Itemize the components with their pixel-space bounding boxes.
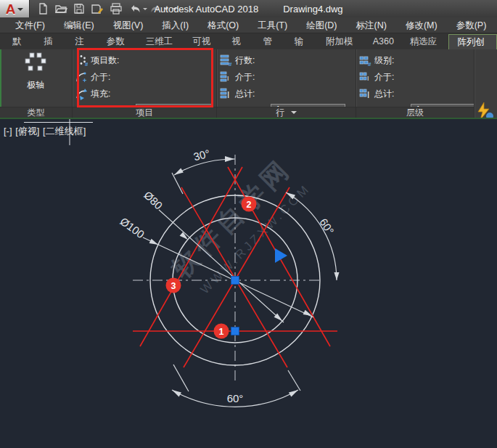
tab-manage[interactable]: 管理 <box>255 34 287 49</box>
fill-angle-icon <box>75 88 88 100</box>
ribbon: 极轴 类型 # 项目数: 3 + 介于: 120 填充: 360 项目 <box>0 49 497 119</box>
tab-output[interactable]: 输出 <box>287 34 318 49</box>
dim-30-label: 30° <box>192 147 211 163</box>
rows-between-icon: I <box>220 71 232 84</box>
undo-icon[interactable] <box>128 2 141 15</box>
redo-icon[interactable] <box>149 2 163 15</box>
item-grip[interactable] <box>231 327 239 335</box>
panel-title-items[interactable]: 项目 <box>73 107 216 118</box>
dim-60-right-label: 60° <box>317 216 337 237</box>
rows-count-row: # 行数: <box>220 54 255 67</box>
dim-dia100-label: Ø100 <box>118 215 147 240</box>
tab-visualize[interactable]: 可视化 <box>184 34 223 49</box>
menu-edit[interactable]: 编辑(E) <box>54 17 104 33</box>
arrowhead <box>225 156 234 162</box>
angle-between-row: + 介于: <box>75 70 110 84</box>
angle-between-icon: + <box>75 71 88 84</box>
menu-parametric[interactable]: 参数(P) <box>447 17 496 33</box>
svg-text:I: I <box>227 75 229 82</box>
levels-between-label: 介于: <box>374 71 394 84</box>
menu-tools[interactable]: 工具(T) <box>248 17 297 33</box>
menu-dimension[interactable]: 标注(N) <box>347 17 396 33</box>
arrowhead <box>180 232 188 240</box>
panel-title-type[interactable]: 类型 <box>0 107 72 118</box>
viewport-control-minus[interactable]: [-] <box>4 126 12 137</box>
plot-icon[interactable] <box>110 2 123 15</box>
polar-array-button[interactable]: 极轴 <box>12 52 59 97</box>
tab-3d-tools[interactable]: 三维工具 <box>138 34 185 49</box>
levels-between-icon: I <box>359 71 371 84</box>
rows-count-label: 行数: <box>235 54 255 67</box>
tab-add-ins[interactable]: 附加模块 <box>318 34 365 49</box>
tab-annotate[interactable]: 注释 <box>67 34 99 49</box>
svg-text:#: # <box>229 61 232 67</box>
dim-dia80-label: Ø80 <box>141 189 165 212</box>
panel-title-levels[interactable]: 层级 <box>356 107 474 118</box>
undo-dropdown-icon[interactable] <box>143 8 147 12</box>
arrowhead <box>289 390 298 397</box>
rows-total-row: I 总计: <box>220 87 255 100</box>
menu-modify[interactable]: 修改(M) <box>396 17 447 33</box>
tab-array-creation[interactable]: 阵列创建 <box>448 34 497 49</box>
tab-insert[interactable]: 插入 <box>36 34 67 49</box>
rows-panel-dropdown-icon[interactable] <box>291 111 297 117</box>
open-file-icon[interactable] <box>54 2 67 15</box>
rows-between-label: 介于: <box>235 71 255 84</box>
badge-3: 3 <box>171 281 176 291</box>
redo-dropdown-icon[interactable] <box>164 8 168 12</box>
svg-text:I: I <box>367 90 369 100</box>
arrowhead <box>334 272 340 280</box>
arrowhead <box>149 239 158 245</box>
viewport-visual-style-control[interactable]: [二维线框] <box>43 126 86 137</box>
tab-featured-apps[interactable]: 精选应用 <box>402 34 449 49</box>
app-title: Autodesk AutoCAD 2018 <box>154 4 258 15</box>
viewport-controls: [-] [俯视] [二维线框] <box>4 125 86 138</box>
menu-draw[interactable]: 绘图(D) <box>297 17 346 33</box>
tab-parametric[interactable]: 参数化 <box>99 34 138 49</box>
svg-text:I: I <box>227 90 229 100</box>
levels-count-row: # 级别: <box>359 54 394 67</box>
polar-array-icon <box>22 52 49 77</box>
rows-total-label: 总计: <box>235 88 255 100</box>
fill-angle-label: 填充: <box>91 88 110 100</box>
tab-view[interactable]: 视图 <box>223 34 255 49</box>
polar-array-label: 极轴 <box>27 79 44 91</box>
tab-a360[interactable]: A360 <box>365 34 402 49</box>
chevron-down-icon <box>17 8 23 14</box>
dim-60-bottom-label: 60° <box>227 392 244 404</box>
autocad-logo: A <box>6 2 16 16</box>
drawing-svg: 软件自学网 WWW.RJZXW.COM <box>0 119 497 448</box>
item-count-icon: # <box>75 54 88 67</box>
viewport-view-control[interactable]: [俯视] <box>15 126 39 137</box>
svg-text:+: + <box>83 77 86 84</box>
menu-view[interactable]: 视图(V) <box>104 17 153 33</box>
save-as-icon[interactable] <box>91 2 104 15</box>
menu-file[interactable]: 文件(F) <box>6 17 54 33</box>
rows-total-icon: I <box>220 88 232 100</box>
items-count-row: # 项目数: <box>75 54 119 67</box>
levels-total-label: 总计: <box>374 88 394 100</box>
new-file-icon[interactable] <box>36 2 49 15</box>
rows-between-row: I 介于: <box>220 70 255 84</box>
levels-count-icon: # <box>359 54 371 67</box>
menu-format[interactable]: 格式(O) <box>198 17 248 33</box>
arrowhead <box>174 168 184 176</box>
panel-title-rows[interactable]: 行 <box>217 107 356 118</box>
levels-count-label: 级别: <box>374 54 394 67</box>
badge-2: 2 <box>247 200 252 210</box>
svg-text:I: I <box>367 75 369 82</box>
app-logo-button[interactable]: A <box>0 0 30 17</box>
title-bar: A Autodesk AutoCAD 2018 Drawing4.dwg <box>0 0 497 17</box>
levels-total-icon: I <box>359 88 371 100</box>
center-grip[interactable] <box>231 277 239 285</box>
menu-insert[interactable]: 插入(I) <box>152 17 198 33</box>
tab-default[interactable]: 默认 <box>4 34 36 49</box>
svg-text:#: # <box>85 61 88 67</box>
save-icon[interactable] <box>73 2 86 15</box>
badge-1: 1 <box>219 327 224 337</box>
angle-between-label: 介于: <box>91 71 110 84</box>
qat-customize-icon[interactable] <box>173 8 177 12</box>
menu-bar: 文件(F) 编辑(E) 视图(V) 插入(I) 格式(O) 工具(T) 绘图(D… <box>0 17 497 33</box>
svg-text:#: # <box>368 61 371 67</box>
drawing-canvas[interactable]: [-] [俯视] [二维线框] 软件自学网 WWW.RJZXW.COM <box>0 119 497 448</box>
